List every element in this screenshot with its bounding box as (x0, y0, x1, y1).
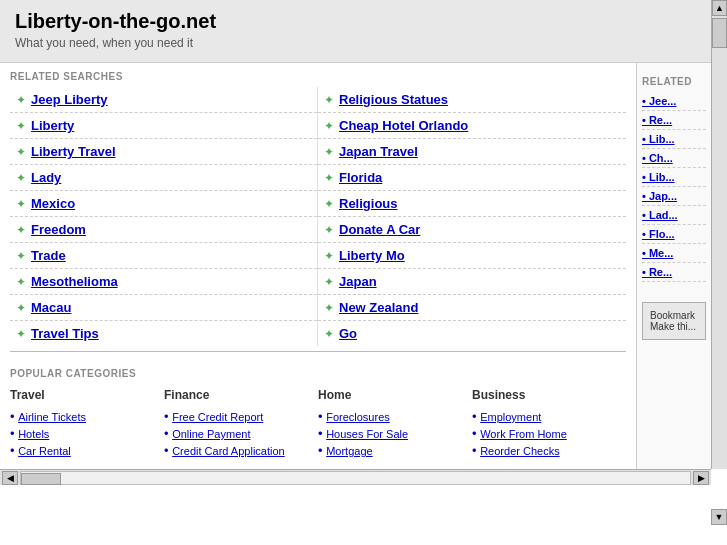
link-mesothelioma[interactable]: Mesothelioma (31, 274, 118, 289)
link-florida[interactable]: Florida (339, 170, 382, 185)
list-item: Reorder Checks (472, 442, 626, 459)
list-item: ✦ Trade (10, 243, 317, 269)
sidebar-link-re1[interactable]: • Re... (642, 111, 706, 130)
bookmark-box: Bookmark Make thi... (646, 306, 702, 336)
link-japan[interactable]: Japan (339, 274, 377, 289)
list-item: ✦ Liberty Mo (318, 243, 626, 269)
link-houses-for-sale[interactable]: Houses For Sale (326, 428, 408, 440)
business-category: Business Employment Work From Home Reord… (472, 384, 626, 459)
travel-category: Travel Airline Tickets Hotels Car Rental (10, 384, 164, 459)
arrow-icon: ✦ (16, 171, 26, 185)
popular-categories-label: POPULAR CATEGORIES (10, 360, 626, 384)
horizontal-scrollbar[interactable]: ◀ ▶ (0, 469, 711, 485)
business-heading: Business (472, 384, 626, 404)
arrow-icon: ✦ (16, 249, 26, 263)
link-go[interactable]: Go (339, 326, 357, 341)
right-links-col: ✦ Religious Statues ✦ Cheap Hotel Orland… (318, 87, 626, 346)
list-item: ✦ Liberty (10, 113, 317, 139)
sidebar-link-flo[interactable]: • Flo... (642, 225, 706, 244)
arrow-icon: ✦ (16, 327, 26, 341)
list-item: Online Payment (164, 425, 318, 442)
arrow-icon: ✦ (16, 145, 26, 159)
link-work-from-home[interactable]: Work From Home (480, 428, 567, 440)
arrow-icon: ✦ (324, 275, 334, 289)
sidebar-link-lib2[interactable]: • Lib... (642, 168, 706, 187)
list-item: Car Rental (10, 442, 164, 459)
related-grid: ✦ Jeep Liberty ✦ Liberty ✦ Liberty Trave… (10, 87, 626, 346)
link-lady[interactable]: Lady (31, 170, 61, 185)
link-freedom[interactable]: Freedom (31, 222, 86, 237)
list-item: ✦ Travel Tips (10, 321, 317, 346)
list-item: ✦ Cheap Hotel Orlando (318, 113, 626, 139)
link-mortgage[interactable]: Mortgage (326, 445, 372, 457)
scrollbar[interactable]: ▲ ▼ (711, 0, 727, 469)
list-item: Mortgage (318, 442, 472, 459)
link-japan-travel[interactable]: Japan Travel (339, 144, 418, 159)
list-item: Employment (472, 408, 626, 425)
list-item: Foreclosures (318, 408, 472, 425)
list-item: ✦ Liberty Travel (10, 139, 317, 165)
arrow-icon: ✦ (324, 301, 334, 315)
arrow-icon: ✦ (16, 119, 26, 133)
sidebar-link-re2[interactable]: • Re... (642, 263, 706, 282)
arrow-icon: ✦ (324, 93, 334, 107)
list-item: ✦ New Zealand (318, 295, 626, 321)
sidebar-link-lad[interactable]: • Lad... (642, 206, 706, 225)
list-item: Credit Card Application (164, 442, 318, 459)
link-travel-tips[interactable]: Travel Tips (31, 326, 99, 341)
list-item: ✦ Religious Statues (318, 87, 626, 113)
link-macau[interactable]: Macau (31, 300, 71, 315)
link-employment[interactable]: Employment (480, 411, 541, 423)
arrow-icon: ✦ (324, 327, 334, 341)
link-online-payment[interactable]: Online Payment (172, 428, 250, 440)
arrow-icon: ✦ (324, 171, 334, 185)
link-trade[interactable]: Trade (31, 248, 66, 263)
right-sidebar-label: RELATED (642, 68, 706, 92)
link-mexico[interactable]: Mexico (31, 196, 75, 211)
link-airline-tickets[interactable]: Airline Tickets (18, 411, 86, 423)
link-foreclosures[interactable]: Foreclosures (326, 411, 390, 423)
main-content: RELATED SEARCHES ✦ Jeep Liberty ✦ Libert… (0, 63, 636, 469)
arrow-icon: ✦ (16, 223, 26, 237)
link-free-credit-report[interactable]: Free Credit Report (172, 411, 263, 423)
link-new-zealand[interactable]: New Zealand (339, 300, 418, 315)
sidebar-link-me[interactable]: • Me... (642, 244, 706, 263)
link-jeep-liberty[interactable]: Jeep Liberty (31, 92, 108, 107)
sidebar-link-ch[interactable]: • Ch... (642, 149, 706, 168)
scroll-left-button[interactable]: ◀ (2, 471, 18, 485)
scroll-right-button[interactable]: ▶ (693, 471, 709, 485)
sidebar-link-lib1[interactable]: • Lib... (642, 130, 706, 149)
home-category: Home Foreclosures Houses For Sale Mortga… (318, 384, 472, 459)
link-cheap-hotel[interactable]: Cheap Hotel Orlando (339, 118, 468, 133)
link-donate-car[interactable]: Donate A Car (339, 222, 420, 237)
scroll-thumb[interactable] (21, 473, 61, 485)
finance-category: Finance Free Credit Report Online Paymen… (164, 384, 318, 459)
finance-heading: Finance (164, 384, 318, 404)
sidebar-link-jap[interactable]: • Jap... (642, 187, 706, 206)
list-item: Airline Tickets (10, 408, 164, 425)
arrow-icon: ✦ (16, 197, 26, 211)
list-item: ✦ Lady (10, 165, 317, 191)
list-item: ✦ Japan Travel (318, 139, 626, 165)
site-title: Liberty-on-the-go.net (15, 10, 696, 33)
link-liberty[interactable]: Liberty (31, 118, 74, 133)
link-liberty-travel[interactable]: Liberty Travel (31, 144, 116, 159)
link-car-rental[interactable]: Car Rental (18, 445, 71, 457)
link-reorder-checks[interactable]: Reorder Checks (480, 445, 559, 457)
list-item: ✦ Go (318, 321, 626, 346)
list-item: ✦ Florida (318, 165, 626, 191)
link-liberty-mo[interactable]: Liberty Mo (339, 248, 405, 263)
arrow-icon: ✦ (324, 223, 334, 237)
sidebar-link-jee[interactable]: • Jee... (642, 92, 706, 111)
list-item: Houses For Sale (318, 425, 472, 442)
bookmark-line2: Make thi... (650, 321, 698, 332)
list-item: Free Credit Report (164, 408, 318, 425)
list-item: Work From Home (472, 425, 626, 442)
popular-categories-section: POPULAR CATEGORIES Travel Airline Ticket… (10, 351, 626, 469)
link-religious-statues[interactable]: Religious Statues (339, 92, 448, 107)
link-hotels[interactable]: Hotels (18, 428, 49, 440)
link-religious[interactable]: Religious (339, 196, 398, 211)
travel-heading: Travel (10, 384, 164, 404)
link-credit-card-application[interactable]: Credit Card Application (172, 445, 285, 457)
bookmark-line1: Bookmark (650, 310, 698, 321)
